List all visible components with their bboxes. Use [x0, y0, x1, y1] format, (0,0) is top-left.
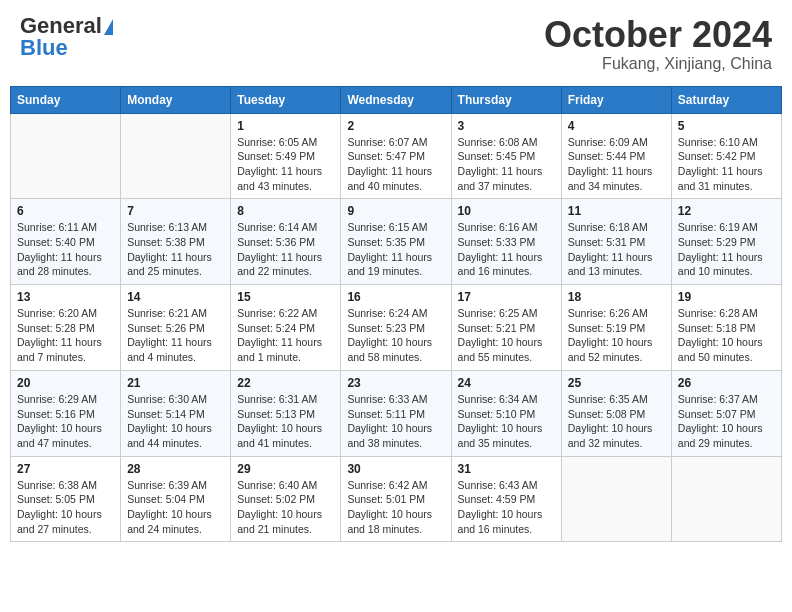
day-detail: Sunrise: 6:16 AMSunset: 5:33 PMDaylight:… — [458, 220, 555, 279]
day-detail: Sunrise: 6:43 AMSunset: 4:59 PMDaylight:… — [458, 478, 555, 537]
table-row: 22Sunrise: 6:31 AMSunset: 5:13 PMDayligh… — [231, 370, 341, 456]
day-detail: Sunrise: 6:10 AMSunset: 5:42 PMDaylight:… — [678, 135, 775, 194]
day-detail: Sunrise: 6:38 AMSunset: 5:05 PMDaylight:… — [17, 478, 114, 537]
header-monday: Monday — [121, 86, 231, 113]
day-number: 13 — [17, 290, 114, 304]
table-row: 16Sunrise: 6:24 AMSunset: 5:23 PMDayligh… — [341, 285, 451, 371]
table-row: 24Sunrise: 6:34 AMSunset: 5:10 PMDayligh… — [451, 370, 561, 456]
day-number: 29 — [237, 462, 334, 476]
table-row — [121, 113, 231, 199]
calendar-week-row: 13Sunrise: 6:20 AMSunset: 5:28 PMDayligh… — [11, 285, 782, 371]
logo-general: General — [20, 15, 113, 37]
table-row: 12Sunrise: 6:19 AMSunset: 5:29 PMDayligh… — [671, 199, 781, 285]
logo: General Blue — [20, 15, 113, 59]
table-row: 23Sunrise: 6:33 AMSunset: 5:11 PMDayligh… — [341, 370, 451, 456]
day-detail: Sunrise: 6:39 AMSunset: 5:04 PMDaylight:… — [127, 478, 224, 537]
day-number: 17 — [458, 290, 555, 304]
day-number: 20 — [17, 376, 114, 390]
day-number: 31 — [458, 462, 555, 476]
day-detail: Sunrise: 6:14 AMSunset: 5:36 PMDaylight:… — [237, 220, 334, 279]
calendar-week-row: 6Sunrise: 6:11 AMSunset: 5:40 PMDaylight… — [11, 199, 782, 285]
day-detail: Sunrise: 6:20 AMSunset: 5:28 PMDaylight:… — [17, 306, 114, 365]
day-number: 10 — [458, 204, 555, 218]
table-row: 28Sunrise: 6:39 AMSunset: 5:04 PMDayligh… — [121, 456, 231, 542]
day-number: 9 — [347, 204, 444, 218]
day-detail: Sunrise: 6:22 AMSunset: 5:24 PMDaylight:… — [237, 306, 334, 365]
table-row: 25Sunrise: 6:35 AMSunset: 5:08 PMDayligh… — [561, 370, 671, 456]
day-number: 11 — [568, 204, 665, 218]
table-row: 13Sunrise: 6:20 AMSunset: 5:28 PMDayligh… — [11, 285, 121, 371]
day-detail: Sunrise: 6:08 AMSunset: 5:45 PMDaylight:… — [458, 135, 555, 194]
day-detail: Sunrise: 6:31 AMSunset: 5:13 PMDaylight:… — [237, 392, 334, 451]
calendar-header-row: Sunday Monday Tuesday Wednesday Thursday… — [11, 86, 782, 113]
day-detail: Sunrise: 6:15 AMSunset: 5:35 PMDaylight:… — [347, 220, 444, 279]
day-number: 3 — [458, 119, 555, 133]
day-detail: Sunrise: 6:25 AMSunset: 5:21 PMDaylight:… — [458, 306, 555, 365]
table-row: 4Sunrise: 6:09 AMSunset: 5:44 PMDaylight… — [561, 113, 671, 199]
day-number: 2 — [347, 119, 444, 133]
location-title: Fukang, Xinjiang, China — [544, 55, 772, 73]
day-number: 6 — [17, 204, 114, 218]
table-row: 27Sunrise: 6:38 AMSunset: 5:05 PMDayligh… — [11, 456, 121, 542]
table-row: 17Sunrise: 6:25 AMSunset: 5:21 PMDayligh… — [451, 285, 561, 371]
table-row: 14Sunrise: 6:21 AMSunset: 5:26 PMDayligh… — [121, 285, 231, 371]
table-row: 18Sunrise: 6:26 AMSunset: 5:19 PMDayligh… — [561, 285, 671, 371]
table-row: 26Sunrise: 6:37 AMSunset: 5:07 PMDayligh… — [671, 370, 781, 456]
calendar-week-row: 1Sunrise: 6:05 AMSunset: 5:49 PMDaylight… — [11, 113, 782, 199]
day-number: 25 — [568, 376, 665, 390]
day-detail: Sunrise: 6:24 AMSunset: 5:23 PMDaylight:… — [347, 306, 444, 365]
day-number: 26 — [678, 376, 775, 390]
day-detail: Sunrise: 6:09 AMSunset: 5:44 PMDaylight:… — [568, 135, 665, 194]
day-number: 16 — [347, 290, 444, 304]
day-detail: Sunrise: 6:33 AMSunset: 5:11 PMDaylight:… — [347, 392, 444, 451]
day-number: 12 — [678, 204, 775, 218]
day-number: 8 — [237, 204, 334, 218]
day-number: 18 — [568, 290, 665, 304]
header-saturday: Saturday — [671, 86, 781, 113]
table-row — [671, 456, 781, 542]
month-title: October 2024 — [544, 15, 772, 55]
calendar-week-row: 27Sunrise: 6:38 AMSunset: 5:05 PMDayligh… — [11, 456, 782, 542]
table-row — [11, 113, 121, 199]
day-number: 24 — [458, 376, 555, 390]
day-number: 27 — [17, 462, 114, 476]
table-row: 1Sunrise: 6:05 AMSunset: 5:49 PMDaylight… — [231, 113, 341, 199]
table-row: 5Sunrise: 6:10 AMSunset: 5:42 PMDaylight… — [671, 113, 781, 199]
day-number: 22 — [237, 376, 334, 390]
day-detail: Sunrise: 6:28 AMSunset: 5:18 PMDaylight:… — [678, 306, 775, 365]
table-row: 31Sunrise: 6:43 AMSunset: 4:59 PMDayligh… — [451, 456, 561, 542]
table-row: 20Sunrise: 6:29 AMSunset: 5:16 PMDayligh… — [11, 370, 121, 456]
day-number: 15 — [237, 290, 334, 304]
table-row: 30Sunrise: 6:42 AMSunset: 5:01 PMDayligh… — [341, 456, 451, 542]
calendar-week-row: 20Sunrise: 6:29 AMSunset: 5:16 PMDayligh… — [11, 370, 782, 456]
day-detail: Sunrise: 6:26 AMSunset: 5:19 PMDaylight:… — [568, 306, 665, 365]
table-row — [561, 456, 671, 542]
day-number: 14 — [127, 290, 224, 304]
table-row: 10Sunrise: 6:16 AMSunset: 5:33 PMDayligh… — [451, 199, 561, 285]
day-detail: Sunrise: 6:05 AMSunset: 5:49 PMDaylight:… — [237, 135, 334, 194]
day-detail: Sunrise: 6:42 AMSunset: 5:01 PMDaylight:… — [347, 478, 444, 537]
table-row: 3Sunrise: 6:08 AMSunset: 5:45 PMDaylight… — [451, 113, 561, 199]
header-tuesday: Tuesday — [231, 86, 341, 113]
day-number: 28 — [127, 462, 224, 476]
day-number: 19 — [678, 290, 775, 304]
day-detail: Sunrise: 6:29 AMSunset: 5:16 PMDaylight:… — [17, 392, 114, 451]
day-number: 30 — [347, 462, 444, 476]
table-row: 7Sunrise: 6:13 AMSunset: 5:38 PMDaylight… — [121, 199, 231, 285]
day-detail: Sunrise: 6:18 AMSunset: 5:31 PMDaylight:… — [568, 220, 665, 279]
day-detail: Sunrise: 6:30 AMSunset: 5:14 PMDaylight:… — [127, 392, 224, 451]
day-detail: Sunrise: 6:37 AMSunset: 5:07 PMDaylight:… — [678, 392, 775, 451]
logo-blue: Blue — [20, 37, 68, 59]
table-row: 19Sunrise: 6:28 AMSunset: 5:18 PMDayligh… — [671, 285, 781, 371]
day-detail: Sunrise: 6:35 AMSunset: 5:08 PMDaylight:… — [568, 392, 665, 451]
day-detail: Sunrise: 6:34 AMSunset: 5:10 PMDaylight:… — [458, 392, 555, 451]
day-detail: Sunrise: 6:11 AMSunset: 5:40 PMDaylight:… — [17, 220, 114, 279]
table-row: 8Sunrise: 6:14 AMSunset: 5:36 PMDaylight… — [231, 199, 341, 285]
page-header: General Blue October 2024 Fukang, Xinjia… — [10, 10, 782, 78]
table-row: 2Sunrise: 6:07 AMSunset: 5:47 PMDaylight… — [341, 113, 451, 199]
table-row: 9Sunrise: 6:15 AMSunset: 5:35 PMDaylight… — [341, 199, 451, 285]
title-block: October 2024 Fukang, Xinjiang, China — [544, 15, 772, 73]
table-row: 11Sunrise: 6:18 AMSunset: 5:31 PMDayligh… — [561, 199, 671, 285]
table-row: 6Sunrise: 6:11 AMSunset: 5:40 PMDaylight… — [11, 199, 121, 285]
day-number: 4 — [568, 119, 665, 133]
